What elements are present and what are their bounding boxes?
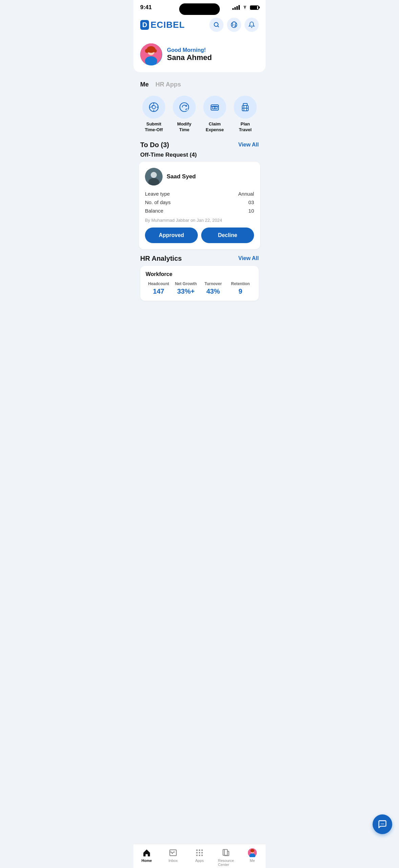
bell-icon [248, 21, 255, 28]
col-retention-header: Retention [228, 281, 254, 286]
days-row: No. of days 03 [145, 199, 254, 205]
leave-type-value: Annual [238, 191, 254, 197]
approve-button[interactable]: Approved [145, 228, 198, 243]
svg-point-1 [214, 22, 218, 26]
decline-button[interactable]: Decline [201, 228, 254, 243]
logo-text: ECIBEL [150, 20, 185, 30]
workforce-title: Workforce [146, 271, 253, 277]
col-netgrowth-val: 33%+ [173, 288, 199, 295]
svg-point-5 [145, 56, 157, 65]
action-modify-time[interactable]: ModifyTime [171, 96, 198, 133]
battery-icon [250, 5, 259, 10]
action-submit-time-off[interactable]: SubmitTime-Off [140, 96, 167, 133]
analytics-view-all[interactable]: View All [238, 255, 259, 261]
user-avatar [140, 43, 162, 65]
action-circle-timeoff [142, 96, 165, 119]
notification-button[interactable] [245, 18, 259, 32]
action-circle-travel [234, 96, 257, 119]
svg-point-8 [153, 49, 157, 53]
search-icon [213, 21, 220, 28]
svg-point-15 [214, 107, 215, 108]
timeoff-icon [148, 102, 159, 113]
search-button[interactable] [209, 18, 224, 32]
svg-point-7 [145, 49, 149, 53]
signal-icon [232, 5, 240, 10]
days-label: No. of days [145, 199, 171, 205]
tabs: Me HR Apps [140, 81, 259, 90]
card-actions: Approved Decline [145, 228, 254, 243]
analytics-header: HR Analytics View All [140, 255, 259, 262]
card-avatar-image [145, 168, 163, 185]
col-headcount-val: 147 [146, 288, 172, 295]
card-user-name: Saad Syed [167, 173, 196, 180]
analytics-title: HR Analytics [140, 255, 182, 262]
svg-point-19 [151, 172, 157, 178]
svg-point-10 [152, 105, 155, 109]
status-bar: 9:41 [133, 0, 266, 14]
status-icons [232, 4, 259, 11]
support-icon [231, 21, 237, 28]
action-circle-modify [173, 96, 196, 119]
todo-view-all[interactable]: View All [238, 142, 259, 148]
balance-row: Balance 10 [145, 208, 254, 214]
action-label-expense: ClaimExpense [206, 121, 224, 133]
wifi-icon [242, 4, 248, 11]
support-button[interactable] [227, 18, 241, 32]
leave-type-label: Leave type [145, 191, 170, 197]
leave-type-row: Leave type Annual [145, 191, 254, 197]
col-netgrowth-header: Net Growth [173, 281, 199, 286]
todo-section-header: To Do (3) View All [133, 136, 266, 152]
tabs-section: Me HR Apps [133, 76, 266, 90]
greeting-card: Good Morning! Sana Ahmed [133, 37, 266, 72]
days-value: 03 [248, 199, 254, 205]
action-label-travel: PlanTravel [239, 121, 252, 133]
expense-icon [209, 102, 220, 113]
offtime-subtitle: Off-Time Request (4) [133, 152, 266, 162]
card-avatar [145, 168, 163, 185]
balance-label: Balance [145, 208, 163, 214]
action-circle-expense [203, 96, 226, 119]
workforce-card: Workforce Headcount Net Growth Turnover … [140, 266, 259, 301]
greeting-text: Good Morning! Sana Ahmed [167, 47, 212, 62]
logo: D ECIBEL [140, 20, 185, 30]
modify-icon [179, 102, 190, 113]
status-time: 9:41 [140, 4, 152, 11]
action-claim-expense[interactable]: ClaimExpense [201, 96, 228, 133]
logo-box: D [140, 20, 149, 30]
col-turnover-val: 43% [200, 288, 226, 295]
greeting-name: Sana Ahmed [167, 53, 212, 62]
svg-point-0 [245, 8, 245, 9]
card-meta: By Muhammad Jabbar on Jan 22, 2024 [145, 218, 254, 223]
card-user: Saad Syed [145, 168, 254, 185]
balance-value: 10 [248, 208, 254, 214]
request-card: Saad Syed Leave type Annual No. of days … [139, 162, 260, 249]
todo-title: To Do (3) [140, 141, 169, 149]
header-actions [209, 18, 259, 32]
tab-hr-apps[interactable]: HR Apps [155, 81, 181, 90]
action-label-modify: ModifyTime [177, 121, 191, 133]
col-headcount-header: Headcount [146, 281, 172, 286]
action-label-timeoff: SubmitTime-Off [145, 121, 163, 133]
workforce-columns: Headcount Net Growth Turnover Retention … [146, 281, 253, 295]
dynamic-island [179, 3, 220, 15]
analytics-section: HR Analytics View All Workforce Headcoun… [133, 255, 266, 301]
greeting-morning: Good Morning! [167, 47, 212, 53]
travel-icon [240, 102, 251, 113]
quick-actions: SubmitTime-Off ModifyTime ClaimExpense [133, 90, 266, 136]
avatar-image [140, 43, 162, 65]
col-retention-val: 9 [228, 288, 254, 295]
app-header: D ECIBEL [133, 14, 266, 37]
col-turnover-header: Turnover [200, 281, 226, 286]
tab-me[interactable]: Me [140, 81, 149, 90]
action-plan-travel[interactable]: PlanTravel [232, 96, 259, 133]
